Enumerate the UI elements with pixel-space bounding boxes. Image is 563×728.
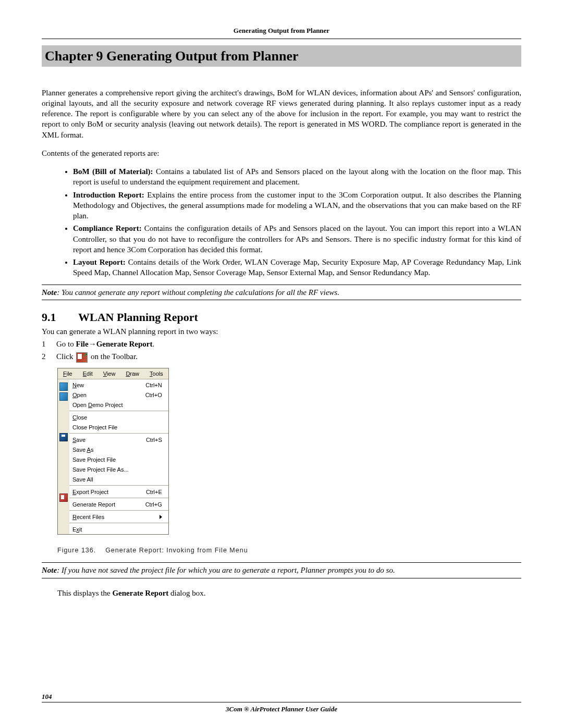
step-2-prefix: Click bbox=[56, 352, 75, 361]
chapter-title: Chapter 9 Generating Output from Planner bbox=[42, 45, 521, 67]
menubar: File Edit View Draw Tools bbox=[58, 368, 168, 380]
menuitem-save[interactable]: SaveCtrl+S bbox=[69, 435, 168, 445]
file-dropdown: NewCtrl+N OpenCtrl+O Open Demo Project C… bbox=[58, 379, 168, 534]
list-item: Compliance Report: Contains the configur… bbox=[73, 223, 521, 255]
submenu-arrow-icon bbox=[160, 515, 162, 519]
save-icon bbox=[59, 433, 68, 441]
display-line: This displays the Generate Report dialog… bbox=[57, 588, 521, 598]
menuitem-save-all[interactable]: Save All bbox=[69, 474, 168, 484]
menuitem-generate-report[interactable]: Generate ReportCtrl+G bbox=[69, 499, 168, 509]
dropdown-items: NewCtrl+N OpenCtrl+O Open Demo Project C… bbox=[69, 380, 168, 534]
step-2-body: Click on the Toolbar. bbox=[56, 351, 521, 363]
generate-report-icon bbox=[59, 493, 68, 502]
report-list: BoM (Bill of Material): Contains a tabul… bbox=[63, 166, 521, 278]
bom-label: BoM (Bill of Material): bbox=[73, 167, 153, 176]
icon-gutter bbox=[58, 380, 69, 534]
intro-paragraph: Planner generates a comprehensive report… bbox=[42, 88, 521, 140]
page-number: 104 bbox=[42, 692, 521, 701]
menu-edit[interactable]: Edit bbox=[78, 368, 98, 379]
figure-caption-text: Generate Report: Invoking from File Menu bbox=[105, 547, 248, 554]
menuitem-close[interactable]: Close bbox=[69, 412, 168, 422]
intro-report-label: Introduction Report: bbox=[73, 191, 144, 199]
menuitem-save-project-file[interactable]: Save Project File bbox=[69, 454, 168, 464]
step-2-suffix: on the Toolbar. bbox=[89, 352, 138, 361]
step-1: 1 Go to File→Generate Report. bbox=[42, 339, 521, 349]
open-icon bbox=[59, 392, 68, 401]
list-item: BoM (Bill of Material): Contains a tabul… bbox=[73, 166, 521, 188]
new-icon bbox=[59, 382, 68, 391]
menuitem-save-project-file-as[interactable]: Save Project File As... bbox=[69, 464, 168, 474]
menu-view[interactable]: View bbox=[98, 368, 121, 379]
step-1-num: 1 bbox=[42, 339, 56, 349]
step-1-generate-report: Generate Report bbox=[96, 340, 153, 348]
menuitem-save-as[interactable]: Save As bbox=[69, 445, 168, 454]
menuitem-open[interactable]: OpenCtrl+O bbox=[69, 390, 168, 400]
step-2-num: 2 bbox=[42, 351, 56, 363]
menuitem-new[interactable]: NewCtrl+N bbox=[69, 380, 168, 390]
section-title: WLAN Planning Report bbox=[78, 311, 198, 324]
note-label-2: Note bbox=[42, 566, 57, 574]
arrow-icon: → bbox=[89, 340, 96, 348]
step-2: 2 Click on the Toolbar. bbox=[42, 351, 521, 363]
compliance-label: Compliance Report: bbox=[73, 224, 142, 232]
two-ways-line: You can generate a WLAN planning report … bbox=[42, 326, 521, 337]
rule-bottom bbox=[42, 702, 521, 702]
menu-draw[interactable]: Draw bbox=[120, 368, 144, 379]
menuitem-export-project[interactable]: Export ProjectCtrl+E bbox=[69, 487, 168, 497]
list-item: Introduction Report: Explains the entire… bbox=[73, 190, 521, 221]
rule-top bbox=[42, 39, 521, 39]
display-suffix: dialog box. bbox=[168, 589, 205, 597]
note-label: Note bbox=[42, 288, 57, 297]
list-item: Layout Report: Contains details of the W… bbox=[73, 257, 521, 278]
note-text: : You cannot generate any report without… bbox=[57, 288, 339, 297]
menu-tools[interactable]: Tools bbox=[144, 368, 168, 379]
layout-label: Layout Report: bbox=[73, 258, 126, 266]
footer-title: 3Com ® AirProtect Planner User Guide bbox=[42, 705, 521, 714]
menu-file[interactable]: File bbox=[58, 368, 78, 379]
section-number: 9.1 bbox=[42, 310, 78, 325]
note-text-2: : If you have not saved the project file… bbox=[57, 566, 395, 574]
section-heading: 9.1WLAN Planning Report bbox=[42, 310, 521, 325]
menuitem-close-project-file[interactable]: Close Project File bbox=[69, 422, 168, 432]
figure-caption: Figure 136. Generate Report: Invoking fr… bbox=[57, 546, 521, 555]
menuitem-recent-files[interactable]: Recent Files bbox=[69, 512, 168, 522]
running-header: Generating Output from Planner bbox=[42, 26, 521, 35]
figure-number: Figure 136. bbox=[57, 547, 96, 554]
step-1-prefix: Go to bbox=[56, 340, 76, 348]
menuitem-open-demo[interactable]: Open Demo Project bbox=[69, 400, 168, 410]
display-prefix: This displays the bbox=[57, 589, 112, 597]
contents-intro: Contents of the generated reports are: bbox=[42, 148, 521, 158]
step-1-file: File bbox=[76, 340, 89, 348]
step-1-body: Go to File→Generate Report. bbox=[56, 339, 521, 349]
note-save: Note: If you have not saved the project … bbox=[42, 562, 521, 578]
file-menu-screenshot: File Edit View Draw Tools bbox=[57, 368, 169, 535]
note-calc: Note: You cannot generate any report wit… bbox=[42, 285, 521, 300]
generate-report-toolbar-icon bbox=[76, 352, 88, 363]
menuitem-exit[interactable]: Exit bbox=[69, 524, 168, 534]
step-1-suffix: . bbox=[153, 340, 155, 348]
display-bold: Generate Report bbox=[112, 589, 168, 597]
layout-text: Contains details of the Work Order, WLAN… bbox=[73, 258, 521, 277]
